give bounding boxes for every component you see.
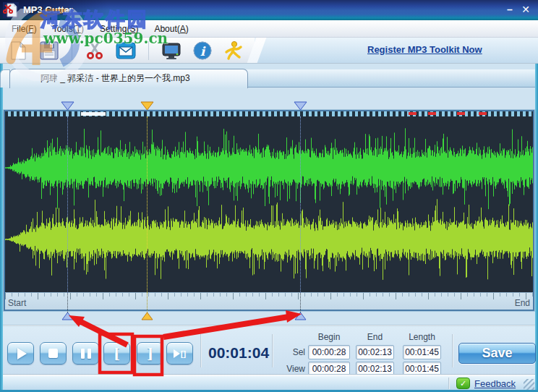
capture-button[interactable]: [161, 40, 182, 61]
seek-strip-red-mark: [428, 112, 436, 115]
sel-length-field[interactable]: 00:01:45: [403, 345, 441, 359]
pause-button[interactable]: [72, 342, 99, 365]
running-man-icon: [223, 41, 244, 61]
monitor-icon: [161, 41, 182, 61]
time-ruler: Start End: [5, 292, 533, 310]
mp3-cutter-window: MP3 Cutter – ✕ File(F) Tools(T) Setting(…: [0, 0, 538, 392]
seek-strip-red-mark: [457, 112, 465, 115]
column-header-end: End: [356, 332, 394, 342]
row-label-sel: Sel: [273, 347, 305, 357]
marker-handle-bottom-playhead[interactable]: [141, 312, 153, 320]
divider-groove: [3, 325, 535, 326]
close-button[interactable]: ✕: [518, 4, 534, 15]
stop-icon: [48, 349, 58, 358]
mark-end-button[interactable]: ]: [137, 342, 163, 365]
info-button[interactable]: i: [192, 40, 213, 61]
messenger-button[interactable]: [223, 40, 244, 61]
column-header-length: Length: [399, 332, 445, 342]
scissors-icon: [85, 41, 105, 61]
toolbar: Register MP3 Toolkit Now: [0, 38, 538, 64]
menu-setting[interactable]: Setting(S): [100, 24, 138, 34]
toolbar-right-panel: Register MP3 Toolkit Now: [255, 38, 538, 63]
control-divider: [452, 334, 453, 367]
column-header-begin: Begin: [308, 332, 350, 342]
play-button[interactable]: [7, 342, 34, 365]
play-selection-button[interactable]: []: [166, 342, 193, 365]
marker-handle-bottom-selection-begin[interactable]: [61, 312, 74, 320]
status-divider: [448, 378, 450, 389]
new-file-icon: [9, 41, 27, 61]
feedback-icon: ✓: [456, 378, 470, 389]
new-file-button[interactable]: [7, 40, 29, 61]
row-label-view: View: [273, 364, 305, 374]
ruler-start-label: Start: [8, 298, 26, 308]
play-selection-icon: []: [174, 349, 186, 358]
window-border-right: [535, 64, 538, 392]
sel-end-field[interactable]: 00:02:13: [356, 345, 394, 359]
seek-strip-red-mark: [479, 112, 487, 115]
menu-tools[interactable]: Tools(T): [53, 24, 84, 34]
save-button[interactable]: Save: [458, 343, 536, 364]
stop-button[interactable]: [40, 342, 67, 365]
app-icon: [3, 2, 19, 18]
seek-strip-red-mark: [409, 112, 417, 115]
tab-stub: [0, 69, 10, 88]
email-button[interactable]: [115, 40, 137, 61]
time-display: 00:01:04: [208, 344, 268, 362]
control-bar: [ ] [] 00:01:04 Begin End Length Sel 00:…: [3, 327, 535, 374]
mark-begin-button[interactable]: [: [103, 342, 130, 365]
waveform-panel[interactable]: Start End: [4, 110, 534, 311]
info-icon: i: [192, 41, 213, 61]
feedback-link[interactable]: Feedback: [474, 378, 516, 389]
menu-about[interactable]: About(A): [154, 24, 188, 34]
begin-bracket-icon: [: [114, 346, 120, 360]
marker-handle-bottom-selection-end[interactable]: [294, 312, 307, 320]
window-title: MP3 Cutter: [23, 4, 73, 15]
status-bar: ✓ Feedback: [3, 375, 535, 391]
seek-strip-highlight: [81, 112, 106, 116]
menu-bar: File(F) Tools(T) Setting(S) About(A): [0, 20, 538, 38]
save-icon: [39, 41, 59, 61]
title-bar: MP3 Cutter – ✕: [0, 0, 538, 20]
seek-strip[interactable]: [5, 111, 533, 116]
marker-handle-top-playhead[interactable]: [140, 101, 154, 111]
resize-grip[interactable]: [524, 379, 534, 390]
play-icon: [17, 348, 27, 359]
waveform-display[interactable]: [5, 116, 533, 293]
menu-file[interactable]: File(F): [12, 24, 37, 34]
end-bracket-icon: ]: [147, 346, 153, 360]
email-icon: [116, 41, 136, 61]
toolbar-separator: [148, 41, 149, 60]
marker-handle-top-selection-begin[interactable]: [61, 101, 74, 111]
minimize-button[interactable]: –: [502, 4, 518, 15]
toolbar-separator: [72, 41, 72, 60]
pause-icon: [81, 349, 91, 359]
save-button-toolbar[interactable]: [38, 40, 60, 61]
ruler-end-label: End: [515, 298, 530, 308]
marker-handle-top-selection-end[interactable]: [294, 101, 307, 111]
tab-active-file[interactable]: 阿肆 _ 郭采洁 - 世界上的另一个我.mp3: [9, 69, 248, 88]
sel-begin-field[interactable]: 00:00:28: [308, 345, 350, 359]
register-link[interactable]: Register MP3 Toolkit Now: [367, 44, 482, 55]
control-divider: [200, 334, 202, 367]
cut-button[interactable]: [84, 40, 106, 61]
